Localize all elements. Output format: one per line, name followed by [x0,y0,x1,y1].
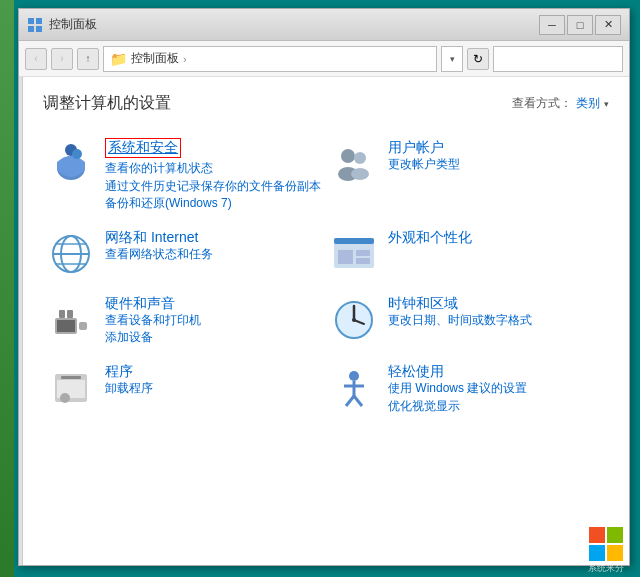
category-link[interactable]: 通过文件历史记录保存你的文件备份副本 [105,179,322,195]
category-link[interactable]: 查看网络状态和任务 [105,247,322,263]
category-links-system-security: 查看你的计算机状态通过文件历史记录保存你的文件备份副本备份和还原(Windows… [105,161,322,212]
address-bar: ‹ › ↑ 📁 控制面板 › ▾ ↻ 🔍 [19,41,629,77]
category-content-accessibility: 轻松使用使用 Windows 建议的设置优化视觉显示 [388,362,605,414]
category-link[interactable]: 查看设备和打印机 [105,313,322,329]
page-header: 调整计算机的设置 查看方式： 类别 ▾ [43,93,609,114]
svg-rect-24 [59,310,65,318]
svg-rect-19 [356,250,370,256]
watermark-char: ☆梦 [533,540,577,570]
svg-rect-3 [36,26,42,32]
category-icon-programs [47,364,95,412]
category-links-user-accounts: 更改帐户类型 [388,157,605,173]
category-title-clock-region[interactable]: 时钟和区域 [388,295,458,311]
category-content-appearance: 外观和个性化 [388,228,605,247]
category-links-hardware-sound: 查看设备和打印机添加设备 [105,313,322,346]
category-title-user-accounts[interactable]: 用户帐户 [388,139,444,155]
svg-point-29 [352,318,356,322]
category-link[interactable]: 优化视觉显示 [388,399,605,415]
category-link[interactable]: 更改帐户类型 [388,157,605,173]
svg-point-34 [349,371,359,381]
svg-point-7 [341,149,355,163]
category-link[interactable]: 更改日期、时间或数字格式 [388,313,605,329]
main-content: 调整计算机的设置 查看方式： 类别 ▾ 系统和安全查看你的计算机状态通过文件历史… [23,77,629,565]
svg-rect-1 [36,18,42,24]
category-title-programs[interactable]: 程序 [105,363,133,379]
category-title-network-internet[interactable]: 网络和 Internet [105,229,198,245]
category-grid: 系统和安全查看你的计算机状态通过文件历史记录保存你的文件备份副本备份和还原(Wi… [43,130,609,422]
view-label: 查看方式： [512,95,572,112]
title-bar: 控制面板 ─ □ ✕ [19,9,629,41]
category-link[interactable]: 添加设备 [105,330,322,346]
category-links-programs: 卸载程序 [105,381,322,397]
svg-rect-40 [607,527,623,543]
address-path[interactable]: 📁 控制面板 › [103,46,437,72]
forward-button[interactable]: › [51,48,73,70]
svg-rect-18 [338,250,353,264]
category-icon-system-security [47,140,95,188]
left-taskbar [0,0,14,577]
up-button[interactable]: ↑ [77,48,99,70]
path-icon: 📁 [110,51,127,67]
category-link[interactable]: 查看你的计算机状态 [105,161,322,177]
window-controls: ─ □ ✕ [539,15,621,35]
category-item-user-accounts[interactable]: 用户帐户更改帐户类型 [326,130,609,220]
page-title: 调整计算机的设置 [43,93,171,114]
category-item-clock-region[interactable]: 时钟和区域更改日期、时间或数字格式 [326,286,609,354]
search-input[interactable] [498,52,640,66]
back-button[interactable]: ‹ [25,48,47,70]
window-title: 控制面板 [49,16,539,33]
path-separator: › [183,53,187,65]
category-icon-user-accounts [330,140,378,188]
view-dropdown-arrow[interactable]: ▾ [604,99,609,109]
source-label: 系统米分 [588,562,624,575]
address-dropdown-button[interactable]: ▾ [441,46,463,72]
maximize-button[interactable]: □ [567,15,593,35]
category-content-programs: 程序卸载程序 [105,362,322,397]
svg-rect-39 [589,527,605,543]
category-item-system-security[interactable]: 系统和安全查看你的计算机状态通过文件历史记录保存你的文件备份副本备份和还原(Wi… [43,130,326,220]
category-item-appearance[interactable]: 外观和个性化 [326,220,609,286]
category-item-programs[interactable]: 程序卸载程序 [43,354,326,422]
svg-rect-17 [334,238,374,244]
svg-rect-23 [79,322,87,330]
category-title-system-security[interactable]: 系统和安全 [105,138,181,158]
minimize-button[interactable]: ─ [539,15,565,35]
path-text: 控制面板 [131,50,179,67]
svg-rect-33 [61,376,81,379]
category-icon-network-internet [47,230,95,278]
category-icon-clock-region [330,296,378,344]
search-box[interactable]: 🔍 [493,46,623,72]
category-title-appearance[interactable]: 外观和个性化 [388,229,472,245]
svg-rect-2 [28,26,34,32]
refresh-button[interactable]: ↻ [467,48,489,70]
category-links-accessibility: 使用 Windows 建议的设置优化视觉显示 [388,381,605,414]
windows-logo [588,526,624,562]
category-icon-accessibility [330,364,378,412]
svg-point-32 [60,393,70,403]
svg-rect-42 [607,545,623,561]
category-link[interactable]: 备份和还原(Windows 7) [105,196,322,212]
category-link[interactable]: 使用 Windows 建议的设置 [388,381,605,397]
svg-rect-22 [57,320,75,332]
category-link[interactable]: 卸载程序 [105,381,322,397]
category-content-clock-region: 时钟和区域更改日期、时间或数字格式 [388,294,605,329]
category-item-accessibility[interactable]: 轻松使用使用 Windows 建议的设置优化视觉显示 [326,354,609,422]
svg-line-37 [346,396,354,406]
category-icon-hardware-sound [47,296,95,344]
svg-rect-0 [28,18,34,24]
svg-point-10 [351,168,369,180]
svg-rect-25 [67,310,73,318]
category-item-network-internet[interactable]: 网络和 Internet查看网络状态和任务 [43,220,326,286]
content-area: 调整计算机的设置 查看方式： 类别 ▾ 系统和安全查看你的计算机状态通过文件历史… [19,77,629,565]
category-item-hardware-sound[interactable]: 硬件和声音查看设备和打印机添加设备 [43,286,326,354]
category-content-network-internet: 网络和 Internet查看网络状态和任务 [105,228,322,263]
category-links-clock-region: 更改日期、时间或数字格式 [388,313,605,329]
svg-line-38 [354,396,362,406]
bottom-watermark: ☆梦 系统米分 win7999.com [460,532,640,577]
category-title-hardware-sound[interactable]: 硬件和声音 [105,295,175,311]
close-button[interactable]: ✕ [595,15,621,35]
svg-rect-20 [356,258,370,264]
category-title-accessibility[interactable]: 轻松使用 [388,363,444,379]
category-content-user-accounts: 用户帐户更改帐户类型 [388,138,605,173]
view-value[interactable]: 类别 [576,95,600,112]
